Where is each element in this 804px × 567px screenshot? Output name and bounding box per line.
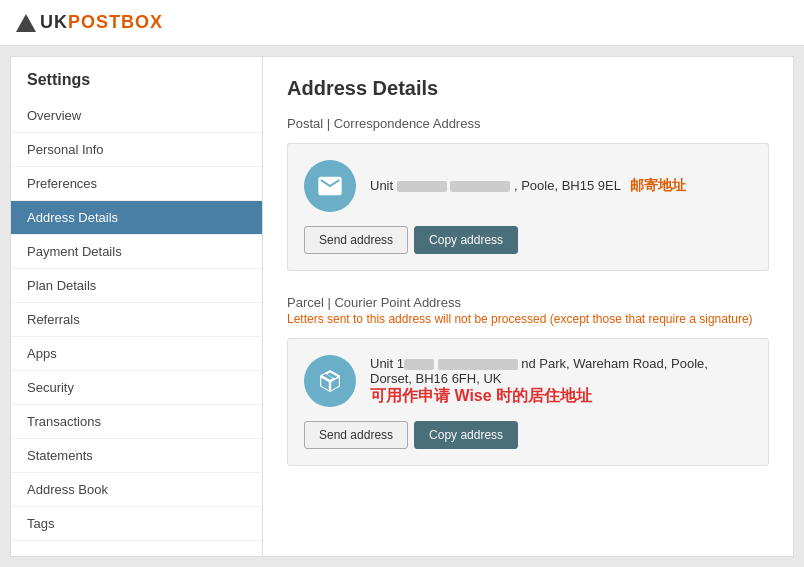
parcel-copy-address-button[interactable]: Copy address [414, 421, 518, 449]
sidebar-item-personal-info[interactable]: Personal Info [11, 133, 262, 167]
sidebar-item-apps[interactable]: Apps [11, 337, 262, 371]
parcel-annotation: 可用作申请 Wise 时的居住地址 [370, 387, 592, 404]
postal-copy-address-button[interactable]: Copy address [414, 226, 518, 254]
parcel-address-section: Parcel | Courier Point Address Letters s… [287, 295, 769, 466]
sidebar-item-address-details[interactable]: Address Details [11, 201, 262, 235]
logo-text: UKPOSTBOX [40, 12, 163, 33]
parcel-address-card-inner: Unit 1 nd Park, Wareham Road, Poole, Dor… [304, 355, 752, 407]
parcel-address-text: Unit 1 nd Park, Wareham Road, Poole, Dor… [370, 356, 752, 407]
sidebar-item-address-book[interactable]: Address Book [11, 473, 262, 507]
box-icon [316, 367, 344, 395]
sidebar-item-overview[interactable]: Overview [11, 99, 262, 133]
parcel-address-icon [304, 355, 356, 407]
sidebar-item-payment-details[interactable]: Payment Details [11, 235, 262, 269]
parcel-masked-2 [438, 359, 518, 370]
postal-btn-row: Send address Copy address [304, 226, 752, 254]
envelope-icon [316, 172, 344, 200]
sidebar-item-security[interactable]: Security [11, 371, 262, 405]
sidebar-item-preferences[interactable]: Preferences [11, 167, 262, 201]
header: UKPOSTBOX [0, 0, 804, 46]
content-area: Address Details Postal | Correspondence … [263, 56, 794, 557]
sidebar-item-statements[interactable]: Statements [11, 439, 262, 473]
logo: UKPOSTBOX [16, 12, 163, 33]
postal-address-card: Unit , Poole, BH15 9EL 邮寄地址 Send address… [287, 143, 769, 271]
parcel-address-card: Unit 1 nd Park, Wareham Road, Poole, Dor… [287, 338, 769, 466]
postal-address-section: Postal | Correspondence Address Unit , P… [287, 116, 769, 271]
postal-address-text: Unit , Poole, BH15 9EL 邮寄地址 [370, 177, 752, 195]
postal-section-label: Postal | Correspondence Address [287, 116, 769, 131]
sidebar-item-tags[interactable]: Tags [11, 507, 262, 541]
postal-address-icon [304, 160, 356, 212]
parcel-section-label: Parcel | Courier Point Address Letters s… [287, 295, 769, 326]
parcel-send-address-button[interactable]: Send address [304, 421, 408, 449]
sidebar-item-plan-details[interactable]: Plan Details [11, 269, 262, 303]
postal-masked-1 [397, 181, 447, 192]
parcel-masked-1 [404, 359, 434, 370]
postal-address-card-inner: Unit , Poole, BH15 9EL 邮寄地址 [304, 160, 752, 212]
sidebar-title: Settings [11, 57, 262, 99]
page-title: Address Details [287, 77, 769, 100]
sidebar-item-referrals[interactable]: Referrals [11, 303, 262, 337]
sidebar: Settings Overview Personal Info Preferen… [10, 56, 263, 557]
sidebar-item-transactions[interactable]: Transactions [11, 405, 262, 439]
parcel-btn-row: Send address Copy address [304, 421, 752, 449]
postal-send-address-button[interactable]: Send address [304, 226, 408, 254]
postal-annotation: 邮寄地址 [630, 177, 686, 193]
main-wrapper: Settings Overview Personal Info Preferen… [0, 46, 804, 567]
parcel-section-sublabel: Letters sent to this address will not be… [287, 312, 769, 326]
postal-masked-2 [450, 181, 510, 192]
logo-triangle-icon [16, 14, 36, 32]
